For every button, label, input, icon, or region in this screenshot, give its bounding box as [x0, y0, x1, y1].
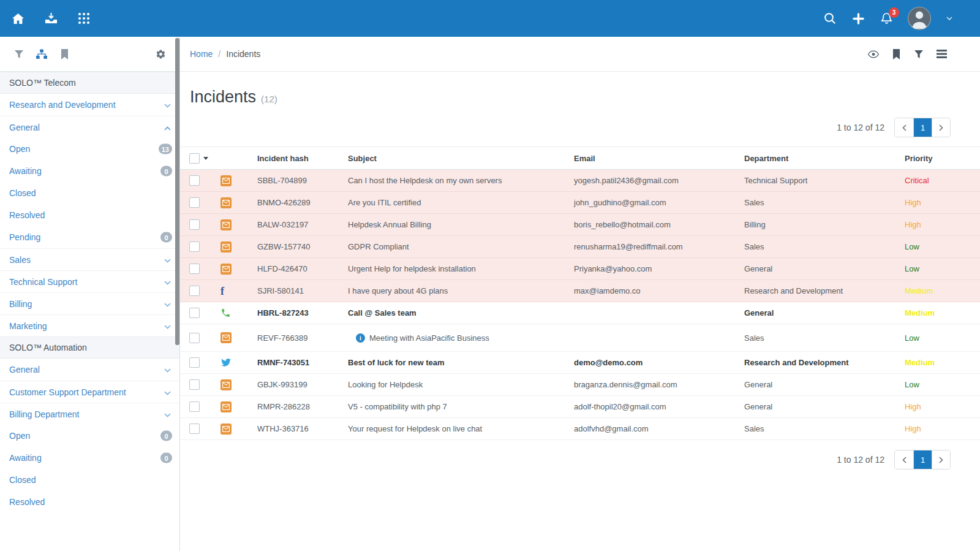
home-icon[interactable]	[11, 12, 24, 25]
row-checkbox[interactable]	[189, 424, 200, 434]
bookmark-icon[interactable]	[59, 48, 70, 59]
incident-row[interactable]: fSJRI-580141I have query about 4G plansm…	[180, 280, 980, 302]
prev-page-button[interactable]	[895, 450, 913, 469]
sidebar-item-pending[interactable]: Pending0	[0, 226, 179, 248]
incident-row[interactable]: GBJK-993199Looking for Helpdeskbraganza.…	[180, 374, 980, 396]
incident-row[interactable]: BALW-032197Helpdesk Annual Billingboris_…	[180, 214, 980, 236]
incident-hash[interactable]: GBJK-993199	[244, 374, 348, 396]
filter-icon[interactable]	[13, 48, 24, 59]
sidebar-item-customer-support-department[interactable]: Customer Support Department	[0, 381, 179, 403]
incident-hash[interactable]: SJRI-580141	[244, 280, 348, 302]
incident-row[interactable]: SBBL-704899Can I host the Helpdesk on my…	[180, 170, 980, 192]
sidebar-item-awaiting[interactable]: Awaiting0	[0, 447, 179, 469]
prev-page-button[interactable]	[895, 118, 913, 137]
bookmark-icon[interactable]	[891, 48, 902, 59]
incident-subject-link[interactable]: Urgent Help for helpdesk installation	[348, 264, 476, 273]
incident-subject-link[interactable]: Can I host the Helpdesk on my own server…	[348, 176, 502, 185]
chevron-down-icon[interactable]	[164, 255, 171, 265]
chevron-down-icon[interactable]	[164, 277, 171, 287]
next-page-button[interactable]	[932, 118, 950, 137]
sidebar-item-open[interactable]: Open0	[0, 425, 179, 447]
sidebar-item-resolved[interactable]: Resolved	[0, 491, 179, 513]
search-icon[interactable]	[823, 12, 837, 25]
incident-hash[interactable]: HBRL-827243	[244, 302, 348, 324]
chevron-down-icon[interactable]	[164, 409, 171, 419]
column-department[interactable]: Department	[731, 147, 892, 170]
incident-row[interactable]: RMPR-286228V5 - compatibility with php 7…	[180, 396, 980, 418]
eye-icon[interactable]	[868, 48, 879, 59]
incident-subject-link[interactable]: Your request for Helpdesk on live chat	[348, 424, 482, 433]
sitemap-icon[interactable]	[36, 48, 47, 59]
row-checkbox[interactable]	[189, 401, 200, 412]
chevron-down-icon[interactable]	[164, 321, 171, 331]
sidebar-item-technical-support[interactable]: Technical Support	[0, 270, 179, 292]
menu-icon[interactable]	[936, 48, 947, 59]
sidebar-item-research-and-development[interactable]: Research and Development	[0, 94, 179, 116]
breadcrumb-home-link[interactable]: Home	[190, 49, 213, 59]
row-checkbox[interactable]	[189, 219, 200, 230]
sidebar-item-sales[interactable]: Sales	[0, 248, 179, 270]
chevron-down-icon[interactable]	[164, 299, 171, 309]
notifications-bell-icon[interactable]: 3	[880, 12, 893, 25]
row-checkbox[interactable]	[189, 264, 200, 274]
incident-hash[interactable]: REVF-766389	[244, 324, 348, 352]
row-checkbox[interactable]	[189, 241, 200, 252]
column-subject[interactable]: Subject	[348, 147, 561, 170]
row-checkbox[interactable]	[189, 357, 200, 368]
sidebar-item-billing[interactable]: Billing	[0, 292, 179, 314]
incident-row[interactable]: WTHJ-363716Your request for Helpdesk on …	[180, 418, 980, 440]
incident-hash[interactable]: GZBW-157740	[244, 236, 348, 258]
select-all-checkbox[interactable]	[189, 153, 200, 164]
incident-row[interactable]: HBRL-827243Call @ Sales teamGeneralMediu…	[180, 302, 980, 324]
column-incident-hash[interactable]: Incident hash	[244, 147, 348, 170]
row-checkbox[interactable]	[189, 379, 200, 390]
incident-hash[interactable]: SBBL-704899	[244, 170, 348, 192]
sidebar-item-awaiting[interactable]: Awaiting0	[0, 160, 179, 182]
add-icon[interactable]	[851, 12, 865, 25]
incident-subject-link[interactable]: I have query about 4G plans	[348, 286, 448, 295]
incident-row[interactable]: RMNF-743051Best of luck for new teamdemo…	[180, 352, 980, 374]
column-priority[interactable]: Priority	[892, 147, 980, 170]
settings-gear-icon[interactable]	[155, 48, 166, 59]
sidebar-item-marketing[interactable]: Marketing	[0, 314, 179, 336]
incident-subject-link[interactable]: Helpdesk Annual Billing	[348, 220, 431, 229]
column-email[interactable]: Email	[561, 147, 731, 170]
incident-hash[interactable]: RMPR-286228	[244, 396, 348, 418]
incident-subject-link[interactable]: Best of luck for new team	[348, 358, 444, 367]
incident-subject-link[interactable]: Looking for Helpdesk	[348, 380, 423, 389]
page-number-button[interactable]: 1	[913, 450, 932, 469]
incident-row[interactable]: REVF-766389iMeeting with AsiaPacific Bus…	[180, 324, 980, 352]
row-checkbox[interactable]	[189, 308, 200, 318]
chevron-up-icon[interactable]	[164, 123, 171, 132]
downloads-icon[interactable]	[44, 12, 58, 25]
select-menu-caret-icon[interactable]	[203, 157, 208, 160]
row-checkbox[interactable]	[189, 175, 200, 186]
sidebar-item-closed[interactable]: Closed	[0, 182, 179, 204]
apps-grid-icon[interactable]	[77, 12, 91, 25]
incident-subject-link[interactable]: Are you ITIL certified	[348, 198, 421, 207]
incident-hash[interactable]: RMNF-743051	[244, 352, 348, 374]
row-checkbox[interactable]	[189, 197, 200, 208]
incident-subject-link[interactable]: GDPR Compliant	[348, 242, 409, 251]
chevron-down-icon[interactable]	[164, 365, 171, 374]
sidebar-item-closed[interactable]: Closed	[0, 469, 179, 491]
sidebar-item-general[interactable]: General	[0, 359, 179, 381]
incident-row[interactable]: BNMO-426289Are you ITIL certifiedjohn_gu…	[180, 192, 980, 214]
sidebar-scrollbar[interactable]	[175, 38, 179, 345]
chevron-down-icon[interactable]	[164, 387, 171, 397]
sidebar-item-general[interactable]: General	[0, 116, 179, 138]
incident-hash[interactable]: BALW-032197	[244, 214, 348, 236]
filter-icon[interactable]	[913, 48, 924, 59]
chevron-down-icon[interactable]	[164, 100, 171, 110]
incident-hash[interactable]: HLFD-426470	[244, 258, 348, 280]
sidebar-item-open[interactable]: Open13	[0, 138, 179, 160]
caret-down-icon[interactable]	[946, 12, 953, 25]
next-page-button[interactable]	[932, 450, 950, 469]
page-number-button[interactable]: 1	[913, 118, 932, 137]
incident-subject-link[interactable]: Call @ Sales team	[348, 308, 417, 317]
row-checkbox[interactable]	[189, 286, 200, 296]
row-checkbox[interactable]	[189, 333, 200, 343]
incident-row[interactable]: HLFD-426470Urgent Help for helpdesk inst…	[180, 258, 980, 280]
incident-hash[interactable]: WTHJ-363716	[244, 418, 348, 440]
sidebar-item-resolved[interactable]: Resolved	[0, 204, 179, 226]
